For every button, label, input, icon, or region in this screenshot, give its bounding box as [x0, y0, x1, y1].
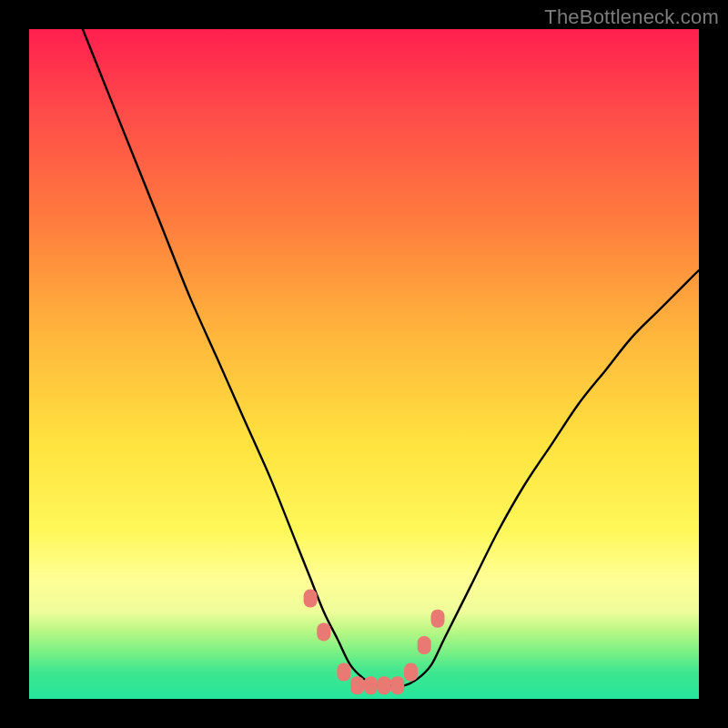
- bottleneck-marker: [378, 676, 391, 694]
- chart-svg: [29, 29, 699, 699]
- bottleneck-marker: [304, 590, 318, 608]
- bottleneck-marker: [337, 663, 350, 682]
- bottleneck-marker: [350, 676, 364, 694]
- bottleneck-curve-path: [83, 29, 699, 686]
- chart-frame: TheBottleneck.com: [0, 0, 728, 728]
- bottleneck-marker: [390, 676, 404, 694]
- bottleneck-marker: [317, 622, 330, 641]
- bottleneck-marker: [404, 663, 418, 682]
- watermark-text: TheBottleneck.com: [544, 5, 719, 29]
- marker-group: [304, 590, 445, 695]
- plot-area: [29, 29, 699, 699]
- bottleneck-marker: [431, 610, 445, 628]
- bottleneck-marker: [364, 676, 378, 694]
- curve-group: [83, 29, 699, 686]
- bottleneck-marker: [418, 636, 431, 654]
